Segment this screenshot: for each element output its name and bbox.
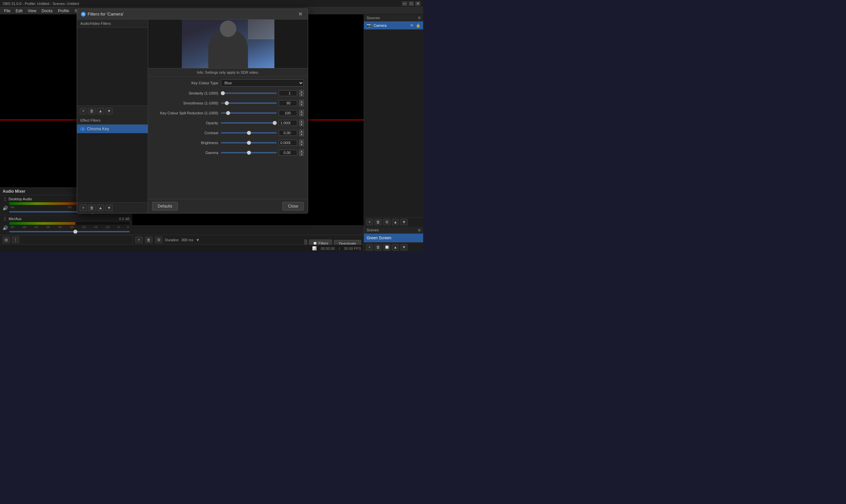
smoothness-label: Smoothness (1-1000) — [152, 101, 218, 105]
scene-greenscreen-name: Green Screen — [367, 236, 392, 240]
title-bar: OBS 31.0.0 - Profile: Untitled - Scenes:… — [0, 0, 423, 7]
menu-docks[interactable]: Docks — [39, 8, 55, 14]
smoothness-up-btn[interactable]: ▲ — [299, 100, 304, 103]
add-effect-filter-btn[interactable]: + — [80, 204, 87, 211]
menu-file[interactable]: File — [1, 8, 13, 14]
key-colour-type-select[interactable]: Green Blue Red Custom Color — [221, 79, 304, 87]
smoothness-slider[interactable] — [221, 103, 277, 104]
brightness-up-btn[interactable]: ▲ — [299, 140, 304, 143]
key-spill-input[interactable] — [279, 110, 297, 116]
gamma-input[interactable] — [279, 150, 297, 156]
desktop-track-menu-icon[interactable]: ⋮ — [3, 197, 7, 201]
key-colour-type-label: Key Colour Type — [152, 81, 218, 85]
dialog-close-btn[interactable]: ✕ — [297, 11, 304, 17]
similarity-slider[interactable] — [221, 92, 277, 94]
opacity-up-btn[interactable]: ▲ — [299, 120, 304, 123]
scenes-label: Scenes — [367, 228, 379, 232]
contrast-control: ▲ ▼ — [221, 129, 304, 136]
filter-params: Key Colour Type Green Blue Red Custom Co… — [148, 77, 308, 199]
scene-down-btn[interactable]: ▼ — [400, 244, 408, 251]
fps-divider: / — [339, 247, 340, 251]
scene-filter-btn[interactable]: 🔲 — [383, 244, 391, 251]
transition-delete-btn[interactable]: 🗑 — [145, 237, 152, 243]
add-source-btn[interactable]: + — [366, 219, 373, 226]
opacity-slider[interactable] — [221, 122, 277, 124]
smoothness-control: ▲ ▼ — [221, 100, 304, 106]
sources-list: 📷 Camera 👁 🔒 — [364, 21, 423, 30]
key-spill-up-btn[interactable]: ▲ — [299, 110, 304, 113]
smoothness-input[interactable] — [279, 100, 297, 106]
menu-edit[interactable]: Edit — [13, 8, 25, 14]
menu-profile[interactable]: Profile — [55, 8, 72, 14]
effect-visibility-icon[interactable] — [80, 127, 85, 130]
brightness-slider[interactable] — [221, 142, 277, 143]
brightness-spinbox: ▲ ▼ — [299, 140, 304, 146]
move-av-filter-up-btn[interactable]: ▲ — [97, 108, 104, 114]
contrast-slider[interactable] — [221, 132, 277, 133]
maximize-button[interactable]: □ — [409, 1, 414, 6]
filter-list-panel: Audio/Video Filters + 🗑 ▲ ▼ Effect Filte… — [77, 19, 148, 213]
remove-scene-btn[interactable]: 🗑 — [375, 244, 382, 251]
sources-dock-btn[interactable]: ⊞ — [418, 16, 420, 19]
source-down-btn[interactable]: ▼ — [400, 219, 408, 226]
brightness-input[interactable] — [279, 140, 297, 146]
audio-menu-icon[interactable]: ⋮ — [12, 237, 19, 243]
person-silhouette — [208, 29, 248, 68]
scene-item-greenscreen[interactable]: Green Screen — [364, 234, 423, 242]
contrast-label: Contrast — [152, 131, 218, 135]
gamma-down-btn[interactable]: ▼ — [299, 153, 304, 156]
remove-av-filter-btn[interactable]: 🗑 — [88, 108, 95, 114]
key-spill-slider[interactable] — [221, 112, 277, 114]
similarity-down-btn[interactable]: ▼ — [299, 93, 304, 96]
minimize-button[interactable]: — — [402, 1, 407, 6]
sources-label: Sources — [367, 16, 380, 20]
mic-track-menu-icon[interactable]: ⋮ — [3, 216, 7, 221]
opacity-down-btn[interactable]: ▼ — [299, 123, 304, 126]
gamma-up-btn[interactable]: ▲ — [299, 149, 304, 153]
close-button[interactable]: ✕ — [415, 1, 420, 6]
brightness-row: Brightness ▲ ▼ — [152, 140, 304, 146]
source-props-btn[interactable]: ⚙ — [383, 219, 391, 226]
source-visibility-btn[interactable]: 👁 — [410, 23, 414, 28]
similarity-input[interactable] — [279, 90, 297, 96]
source-item-camera[interactable]: 📷 Camera 👁 🔒 — [364, 21, 423, 30]
gamma-label: Gamma — [152, 151, 218, 155]
mic-volume-slider[interactable] — [9, 231, 130, 232]
similarity-spinbox: ▲ ▼ — [299, 90, 304, 96]
key-spill-down-btn[interactable]: ▼ — [299, 113, 304, 116]
dialog-footer: Defaults Close — [148, 199, 308, 213]
audio-video-filter-list — [77, 28, 148, 105]
scenes-dock-btn[interactable]: ⊞ — [418, 228, 420, 232]
effect-item-chromakey[interactable]: Chroma Key — [77, 125, 148, 133]
remove-effect-filter-btn[interactable]: 🗑 — [88, 204, 95, 211]
opacity-input[interactable] — [279, 120, 297, 126]
source-lock-btn[interactable]: 🔒 — [416, 23, 420, 28]
remove-source-btn[interactable]: 🗑 — [375, 219, 382, 226]
source-up-btn[interactable]: ▲ — [392, 219, 399, 226]
move-effect-filter-down-btn[interactable]: ▼ — [106, 204, 113, 211]
scene-up-btn[interactable]: ▲ — [392, 244, 399, 251]
contrast-input[interactable] — [279, 130, 297, 136]
close-dialog-button[interactable]: Close — [282, 202, 304, 211]
move-effect-filter-up-btn[interactable]: ▲ — [97, 204, 104, 211]
transition-add-btn[interactable]: + — [135, 237, 143, 243]
smoothness-row: Smoothness (1-1000) ▲ ▼ — [152, 100, 304, 106]
brightness-down-btn[interactable]: ▼ — [299, 143, 304, 146]
audio-track-mic: ⋮ Mic/Aux 0.0 dB 🔊 -60-45-40-35-30-25-20… — [0, 215, 132, 235]
dialog-body: Audio/Video Filters + 🗑 ▲ ▼ Effect Filte… — [77, 19, 308, 213]
menu-view[interactable]: View — [25, 8, 39, 14]
person-head — [220, 20, 236, 37]
contrast-down-btn[interactable]: ▼ — [299, 133, 304, 136]
duration-value: 300 ms — [181, 238, 193, 242]
transition-settings-btn[interactable]: ⚙ — [155, 237, 162, 243]
smoothness-down-btn[interactable]: ▼ — [299, 103, 304, 106]
filters-dialog[interactable]: O Filters for 'Camera' ✕ Audio/Video Fil… — [77, 8, 308, 214]
add-av-filter-btn[interactable]: + — [80, 108, 87, 114]
gamma-slider[interactable] — [221, 152, 277, 154]
contrast-up-btn[interactable]: ▲ — [299, 129, 304, 133]
defaults-button[interactable]: Defaults — [152, 202, 178, 211]
similarity-up-btn[interactable]: ▲ — [299, 90, 304, 93]
move-av-filter-down-btn[interactable]: ▼ — [106, 108, 113, 114]
add-scene-btn[interactable]: + — [366, 244, 373, 251]
audio-settings-icon[interactable]: ⚙ — [3, 237, 10, 243]
